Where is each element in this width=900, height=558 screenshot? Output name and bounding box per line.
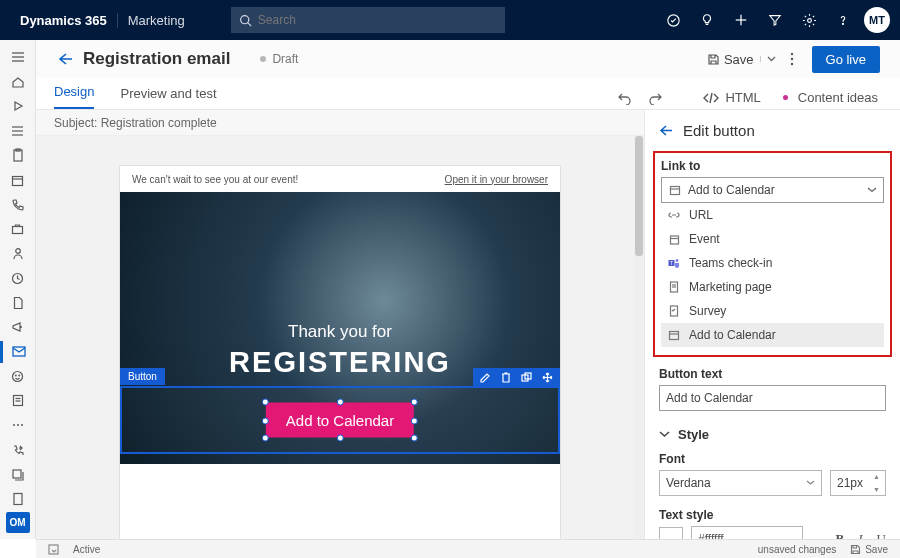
rail-doc-icon[interactable]	[0, 291, 36, 314]
rail-face-icon[interactable]	[0, 365, 36, 388]
option-add-to-calendar[interactable]: Add to Calendar	[661, 323, 884, 347]
svg-rect-13	[14, 150, 22, 161]
settings-icon[interactable]	[792, 0, 826, 40]
bold-toggle[interactable]: B	[836, 531, 845, 539]
rail-page-icon[interactable]	[0, 488, 36, 511]
rail-list-icon[interactable]	[0, 120, 36, 143]
panel-back-icon[interactable]	[659, 125, 673, 136]
subject-bar[interactable]: Subject: Registration complete	[36, 110, 644, 136]
global-search[interactable]	[231, 7, 505, 33]
preheader-text: We can't wait to see you at our event!	[132, 174, 298, 185]
delete-element-icon[interactable]	[501, 372, 511, 383]
svg-rect-31	[14, 494, 22, 505]
app-area[interactable]: Marketing	[117, 13, 195, 28]
add-icon[interactable]	[724, 0, 758, 40]
rail-form-icon[interactable]	[0, 390, 36, 413]
undo-icon[interactable]	[617, 92, 632, 105]
rail-callforward-icon[interactable]	[0, 439, 36, 462]
html-tool[interactable]: HTML	[703, 90, 760, 109]
rail-briefcase-icon[interactable]	[0, 218, 36, 241]
selected-button-element[interactable]: Button Add to Calendar	[120, 386, 560, 454]
spinner-up-icon[interactable]: ▲	[873, 473, 883, 480]
resize-handle[interactable]	[411, 399, 418, 406]
search-input[interactable]	[252, 13, 497, 27]
button-text-label: Button text	[659, 367, 886, 381]
event-icon	[667, 234, 681, 245]
back-icon[interactable]	[58, 53, 73, 65]
hero-image[interactable]: Thank you for REGISTERING Button Add to …	[120, 192, 560, 464]
option-marketing-page[interactable]: Marketing page	[661, 275, 884, 299]
svg-point-0	[240, 15, 248, 23]
option-survey[interactable]: Survey	[661, 299, 884, 323]
rail-person-icon[interactable]	[0, 242, 36, 265]
button-text-input[interactable]	[659, 385, 886, 411]
rail-stack-icon[interactable]	[0, 463, 36, 486]
html-label: HTML	[725, 90, 760, 105]
more-actions-icon[interactable]	[790, 52, 794, 66]
text-color-hex-input[interactable]	[691, 526, 803, 539]
svg-text:T: T	[670, 259, 673, 265]
user-avatar[interactable]: MT	[864, 7, 890, 33]
cta-button-wrapper[interactable]: Add to Calendar	[266, 403, 414, 438]
italic-toggle[interactable]: I	[858, 531, 862, 539]
svg-rect-37	[671, 187, 680, 195]
underline-toggle[interactable]: U	[877, 531, 886, 539]
subject-label: Subject:	[54, 116, 97, 130]
option-url[interactable]: URL	[661, 203, 884, 227]
link-to-combobox[interactable]: Add to Calendar	[661, 177, 884, 203]
rail-megaphone-icon[interactable]	[0, 316, 36, 339]
canvas-scrollbar[interactable]	[634, 136, 644, 539]
element-type-tag: Button	[120, 368, 165, 385]
move-element-icon[interactable]	[542, 372, 553, 383]
rail-calendar-icon[interactable]	[0, 169, 36, 192]
rail-email-icon[interactable]	[0, 341, 36, 364]
rail-home-icon[interactable]	[0, 71, 36, 94]
rail-more-icon[interactable]	[0, 414, 36, 437]
save-chevron-icon[interactable]	[760, 56, 776, 62]
svg-point-22	[15, 375, 16, 376]
style-section-header[interactable]: Style	[659, 427, 886, 442]
font-value: Verdana	[666, 476, 711, 490]
statusbar-save[interactable]: Save	[850, 544, 888, 555]
resize-handle[interactable]	[411, 417, 418, 424]
area-switcher[interactable]: OM	[6, 512, 30, 533]
go-live-button[interactable]: Go live	[812, 46, 880, 73]
cta-button[interactable]: Add to Calendar	[266, 403, 414, 438]
tab-design[interactable]: Design	[54, 76, 94, 109]
statusbar-expand-icon[interactable]	[48, 544, 59, 555]
lightbulb-icon[interactable]	[690, 0, 724, 40]
rail-phone-icon[interactable]	[0, 193, 36, 216]
left-nav-rail: OM	[0, 40, 36, 539]
rail-play-icon[interactable]	[0, 95, 36, 118]
duplicate-element-icon[interactable]	[521, 372, 532, 382]
email-frame[interactable]: We can't wait to see you at our event! O…	[120, 166, 560, 539]
spinner-down-icon[interactable]: ▼	[873, 486, 883, 493]
tab-preview[interactable]: Preview and test	[120, 78, 216, 109]
scrollbar-thumb[interactable]	[635, 136, 643, 256]
resize-handle[interactable]	[262, 435, 269, 442]
resize-handle[interactable]	[337, 435, 344, 442]
edit-element-icon[interactable]	[480, 372, 491, 383]
resize-handle[interactable]	[262, 417, 269, 424]
assist-icon[interactable]	[656, 0, 690, 40]
rail-clock-icon[interactable]	[0, 267, 36, 290]
help-icon[interactable]	[826, 0, 860, 40]
open-in-browser-link[interactable]: Open it in your browser	[445, 174, 548, 185]
resize-handle[interactable]	[411, 435, 418, 442]
save-split-button[interactable]: Save	[707, 52, 776, 67]
option-teams[interactable]: TTeams check-in	[661, 251, 884, 275]
content-ideas-tool[interactable]: Content ideas	[783, 90, 878, 109]
option-event[interactable]: Event	[661, 227, 884, 251]
rail-clipboard-icon[interactable]	[0, 144, 36, 167]
resize-handle[interactable]	[262, 399, 269, 406]
rail-menu-icon[interactable]	[0, 46, 36, 69]
svg-point-6	[842, 23, 843, 24]
app-bar: Dynamics 365 Marketing MT	[0, 0, 900, 40]
font-size-spinner[interactable]: 21px ▲▼	[830, 470, 886, 496]
link-to-dropdown: URL Event TTeams check-in Marketing page…	[661, 203, 884, 347]
svg-point-23	[19, 375, 20, 376]
font-family-select[interactable]: Verdana	[659, 470, 822, 496]
text-color-swatch[interactable]	[659, 527, 683, 539]
redo-icon[interactable]	[648, 92, 663, 105]
filter-icon[interactable]	[758, 0, 792, 40]
